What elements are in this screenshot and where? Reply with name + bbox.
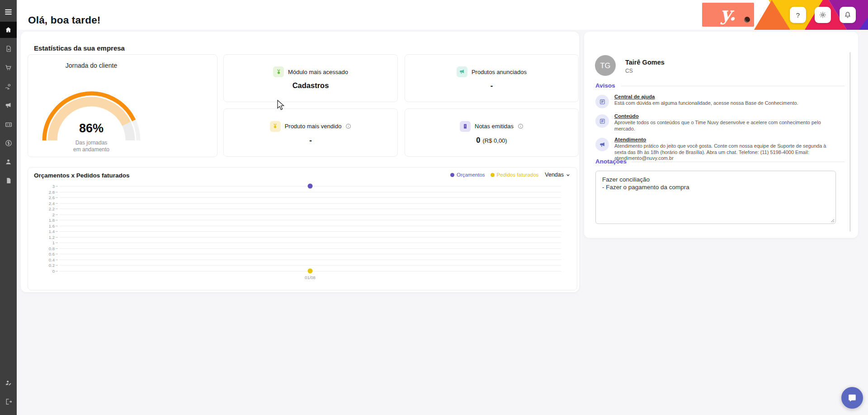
aviso-link[interactable]: Conteúdo bbox=[614, 113, 838, 119]
avisos-header: Avisos bbox=[595, 82, 615, 89]
legend-item[interactable]: Pedidos faturados bbox=[491, 172, 539, 177]
y-axis-tick bbox=[56, 192, 58, 192]
y-axis-tick bbox=[56, 254, 58, 254]
gauge-title: Jornada do cliente bbox=[28, 62, 155, 69]
chevron-down-icon bbox=[566, 173, 571, 177]
profile-role: CS bbox=[625, 68, 633, 74]
sidebar-item-people[interactable] bbox=[0, 154, 17, 170]
y-axis-tick bbox=[56, 220, 58, 220]
chart-filter-dropdown[interactable]: Vendas bbox=[545, 172, 571, 178]
panel-scrollbar[interactable] bbox=[849, 52, 851, 232]
gridline bbox=[59, 260, 561, 260]
stat-value: - bbox=[491, 81, 493, 90]
aviso-item: Conteúdo Aproveite todos os conteúdos qu… bbox=[595, 113, 838, 132]
anotacoes-divider bbox=[632, 162, 844, 162]
megaphone-icon bbox=[5, 102, 12, 109]
sidebar-item-finance-receive[interactable] bbox=[0, 79, 17, 95]
news-icon bbox=[595, 114, 609, 128]
customer-journey-card: Jornada do cliente 86% Das jornadas em a… bbox=[28, 54, 217, 157]
resize-handle-icon[interactable] bbox=[830, 218, 834, 222]
aviso-description: Está com dúvida em alguma funcionalidade… bbox=[614, 100, 798, 107]
gridline bbox=[59, 192, 561, 192]
info-icon[interactable] bbox=[345, 123, 351, 129]
notifications-button[interactable] bbox=[840, 7, 856, 23]
y-axis-tick bbox=[56, 186, 58, 187]
gridline bbox=[59, 226, 561, 226]
data-point-Pedidos faturados bbox=[308, 269, 313, 274]
stat-card-produto-mais-vendido: Produto mais vendido - bbox=[223, 108, 398, 157]
settings-button[interactable] bbox=[815, 7, 831, 23]
gridline bbox=[59, 265, 561, 266]
logo-bean-icon bbox=[744, 17, 750, 23]
money-icon bbox=[5, 139, 13, 147]
menu-icon[interactable] bbox=[0, 4, 17, 20]
gridline bbox=[59, 254, 561, 254]
x-axis-label: 01/08 bbox=[297, 275, 324, 280]
legend-item[interactable]: Orçamentos bbox=[450, 172, 485, 177]
person-icon bbox=[5, 158, 12, 166]
logout-icon[interactable] bbox=[0, 393, 17, 410]
y-axis-label: 1 bbox=[38, 240, 55, 245]
sidebar-item-sales[interactable] bbox=[0, 59, 17, 75]
greeting-title: Olá, boa tarde! bbox=[28, 14, 101, 26]
y-axis-tick bbox=[56, 271, 58, 271]
medal-icon bbox=[273, 66, 284, 77]
y-axis-tick bbox=[56, 237, 58, 238]
y-axis-tick bbox=[56, 248, 58, 249]
y-axis-label: 2 bbox=[38, 212, 55, 217]
sidebar-item-billing[interactable] bbox=[0, 117, 17, 133]
chat-launcher-button[interactable] bbox=[841, 387, 863, 409]
sidebar-item-documents[interactable] bbox=[0, 173, 17, 189]
help-button[interactable]: ? bbox=[790, 7, 806, 23]
sidebar-item-account[interactable] bbox=[0, 374, 17, 391]
stat-value: Cadastros bbox=[292, 81, 329, 90]
y-axis-label: 1.2 bbox=[38, 235, 55, 240]
sidebar-item-new-document[interactable] bbox=[0, 41, 17, 57]
y-axis-tick bbox=[56, 265, 58, 266]
notes-textarea[interactable]: Fazer conciliação - Fazer o pagamento da… bbox=[595, 171, 836, 224]
gridline bbox=[59, 220, 561, 220]
question-icon: ? bbox=[796, 11, 800, 19]
chat-bubble-icon bbox=[847, 393, 857, 403]
gridline bbox=[59, 203, 561, 204]
billing-icon bbox=[5, 121, 13, 129]
stat-label: Produtos anunciados bbox=[472, 69, 527, 75]
y-axis-tick bbox=[56, 203, 58, 204]
nuvy-logo: y. bbox=[702, 3, 754, 27]
aviso-link[interactable]: Central de ajuda bbox=[614, 94, 798, 99]
stat-label: Notas emitidas bbox=[475, 123, 514, 130]
data-point-Orçamentos bbox=[308, 184, 313, 189]
info-icon[interactable] bbox=[518, 123, 524, 129]
sidebar-item-money[interactable] bbox=[0, 135, 17, 151]
gridline bbox=[59, 231, 561, 232]
gridline bbox=[59, 209, 561, 209]
y-axis-tick bbox=[56, 226, 58, 226]
gridline bbox=[59, 197, 561, 198]
statistics-section-title: Estatísticas da sua empresa bbox=[34, 44, 125, 52]
sidebar-item-home[interactable] bbox=[0, 22, 17, 38]
sidebar-item-marketing[interactable] bbox=[0, 97, 17, 113]
stat-label: Produto mais vendido bbox=[285, 123, 342, 130]
stat-value-suffix: (R$ 0,00) bbox=[482, 137, 507, 144]
aviso-item: Atendimento Atendimento prático do jeito… bbox=[595, 137, 838, 162]
aviso-link[interactable]: Atendimento bbox=[614, 137, 838, 142]
hand-coin-icon bbox=[5, 83, 12, 91]
logo-text: y. bbox=[720, 3, 736, 25]
legend-dot bbox=[450, 173, 454, 177]
stat-card-produtos-anunciados: Produtos anunciados - bbox=[405, 54, 579, 102]
y-axis-label: 2.8 bbox=[38, 190, 55, 195]
stat-card-modulo-mais-acessado: Módulo mais acessado Cadastros bbox=[223, 54, 398, 102]
gear-icon bbox=[819, 11, 827, 19]
stat-label: Módulo mais acessado bbox=[288, 69, 348, 75]
gauge-chart bbox=[28, 73, 155, 147]
top-header: Olá, boa tarde! y. ? bbox=[17, 0, 868, 30]
y-axis-tick bbox=[56, 209, 58, 209]
chart-legend: OrçamentosPedidos faturados Vendas bbox=[450, 172, 571, 178]
orcamentos-pedidos-chart-card: Orçamentos x Pedidos faturados Orçamento… bbox=[28, 167, 577, 290]
document-icon bbox=[5, 177, 12, 184]
chart-title: Orçamentos x Pedidos faturados bbox=[34, 172, 130, 179]
bell-icon bbox=[844, 11, 852, 19]
profile-name: Tairê Gomes bbox=[625, 59, 665, 66]
medal-icon bbox=[270, 121, 281, 132]
gauge-caption: Das jornadas em andamento bbox=[28, 140, 155, 153]
